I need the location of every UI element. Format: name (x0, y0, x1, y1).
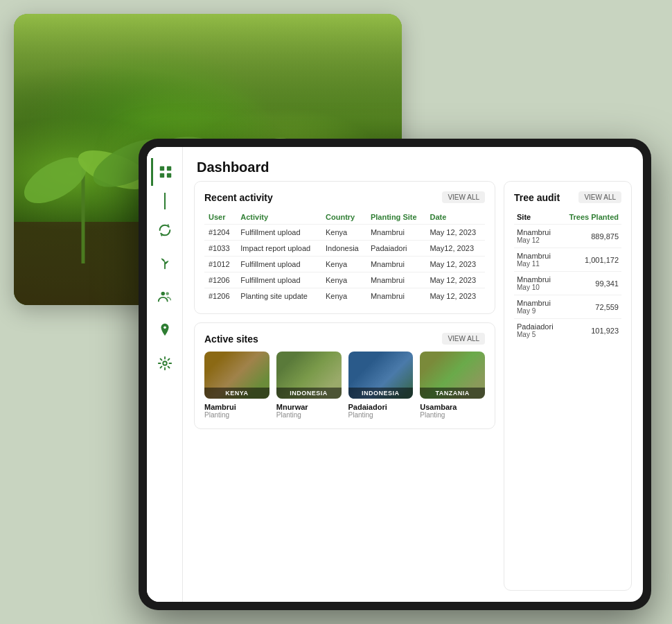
cell-activity: Fulfillment upload (236, 272, 321, 288)
cell-site: Mnambrui (366, 257, 425, 272)
cell-user: #1206 (204, 272, 236, 288)
table-row: #1012 Fulfillment upload Kenya Mnambrui … (204, 257, 485, 272)
cell-site: Mnambrui (366, 288, 425, 304)
sidebar-item-planting[interactable] (151, 250, 179, 277)
cell-activity: Planting site update (236, 288, 321, 304)
active-sites-header: Active sites VIEW ALL (204, 333, 485, 345)
tree-audit-section: Tree audit VIEW ALL Site Trees Planted (504, 181, 632, 591)
cell-site: Mnambrui (366, 225, 425, 241)
sidebar (147, 147, 183, 602)
active-sites-section: Active sites VIEW ALL KENYA Mambrui Plan… (194, 322, 495, 429)
cell-date: May 12, 2023 (425, 288, 485, 304)
col-date: Date (425, 210, 485, 225)
svg-point-18 (161, 292, 165, 296)
site-card[interactable]: KENYA Mambrui Planting (204, 352, 269, 419)
audit-trees: 1,001,172 (560, 248, 621, 272)
tree-audit-title: Tree audit (514, 192, 560, 203)
site-image: INDONESIA (276, 352, 342, 399)
svg-rect-13 (14, 14, 402, 118)
audit-col-trees: Trees Planted (560, 210, 621, 225)
cell-user: #1012 (204, 257, 236, 272)
tree-audit-view-all[interactable]: VIEW ALL (578, 191, 621, 203)
site-country-label: TANZANIA (420, 388, 485, 399)
site-type: Planting (204, 411, 269, 419)
site-card[interactable]: INDONESIA Padaiadori Planting (348, 352, 414, 419)
col-country: Country (321, 210, 366, 225)
audit-site: Mnambrui May 11 (514, 248, 560, 272)
cell-activity: Fulfillment upload (236, 225, 321, 241)
cell-country: Indonesia (321, 241, 366, 257)
site-name: Mambrui (204, 403, 269, 411)
page-header: Dashboard (183, 147, 643, 181)
table-row: #1206 Planting site update Kenya Mnambru… (204, 288, 485, 304)
cell-country: Kenya (321, 272, 366, 288)
content-area: Recent activity VIEW ALL User Activity C… (183, 181, 643, 602)
right-panel: Tree audit VIEW ALL Site Trees Planted (504, 181, 632, 591)
site-type: Planting (420, 411, 485, 419)
cell-country: Kenya (321, 257, 366, 272)
tablet-device: Dashboard Recent activity VIEW ALL (139, 139, 651, 610)
active-sites-view-all[interactable]: VIEW ALL (442, 333, 485, 345)
svg-point-19 (166, 292, 169, 295)
audit-date: May 10 (517, 284, 558, 291)
recent-activity-section: Recent activity VIEW ALL User Activity C… (194, 181, 495, 314)
audit-table: Site Trees Planted Mnambrui May 12 889,8… (514, 210, 621, 342)
audit-trees: 889,875 (560, 225, 621, 248)
audit-row: Padaiadori May 5 101,923 (514, 319, 621, 343)
table-row: #1033 Impact report upload Indonesia Pad… (204, 241, 485, 257)
cell-date: May 12, 2023 (425, 225, 485, 241)
table-row: #1206 Fulfillment upload Kenya Mnambrui … (204, 272, 485, 288)
audit-date: May 9 (517, 307, 558, 315)
sites-grid: KENYA Mambrui Planting INDONESIA Mnurwar… (204, 352, 485, 419)
sidebar-item-dashboard[interactable] (151, 158, 179, 186)
recent-activity-view-all[interactable]: VIEW ALL (442, 191, 485, 203)
site-image: INDONESIA (348, 352, 414, 399)
main-content: Dashboard Recent activity VIEW ALL (183, 147, 643, 602)
audit-date: May 5 (517, 331, 558, 338)
svg-rect-14 (160, 166, 164, 171)
audit-trees: 101,923 (560, 319, 621, 343)
site-type: Planting (276, 411, 342, 419)
left-panel: Recent activity VIEW ALL User Activity C… (194, 181, 495, 591)
audit-row: Mnambrui May 10 99,341 (514, 272, 621, 295)
tablet-screen: Dashboard Recent activity VIEW ALL (147, 147, 643, 602)
sidebar-item-reports[interactable] (151, 216, 179, 244)
audit-date: May 12 (517, 236, 558, 244)
sidebar-item-settings[interactable] (151, 349, 179, 377)
svg-point-21 (163, 361, 167, 365)
active-sites-title: Active sites (204, 333, 258, 345)
svg-rect-15 (167, 166, 171, 171)
cell-date: May12, 2023 (425, 241, 485, 257)
page-title: Dashboard (197, 159, 629, 175)
sidebar-item-location[interactable] (151, 316, 179, 344)
cell-activity: Impact report upload (236, 241, 321, 257)
audit-site: Mnambrui May 10 (514, 272, 560, 295)
audit-row: Mnambrui May 9 72,559 (514, 295, 621, 319)
audit-site: Mnambrui May 9 (514, 295, 560, 319)
svg-rect-17 (167, 173, 171, 177)
site-type: Planting (348, 411, 414, 419)
col-site: Planting Site (366, 210, 425, 225)
sidebar-item-users[interactable] (151, 283, 179, 311)
site-country-label: INDONESIA (276, 388, 342, 399)
site-name: Usambara (420, 403, 485, 411)
cell-date: May 12, 2023 (425, 257, 485, 272)
site-country-label: INDONESIA (348, 388, 414, 399)
site-image: TANZANIA (420, 352, 485, 399)
site-country-label: KENYA (204, 388, 269, 399)
site-card[interactable]: TANZANIA Usambara Planting (420, 352, 485, 419)
audit-site: Mnambrui May 12 (514, 225, 560, 248)
audit-trees: 99,341 (560, 272, 621, 295)
tree-audit-header: Tree audit VIEW ALL (514, 191, 621, 203)
col-activity: Activity (236, 210, 321, 225)
site-name: Mnurwar (276, 403, 342, 411)
audit-trees: 72,559 (560, 295, 621, 319)
cell-country: Kenya (321, 225, 366, 241)
site-card[interactable]: INDONESIA Mnurwar Planting (276, 352, 342, 419)
col-user: User (204, 210, 236, 225)
audit-row: Mnambrui May 11 1,001,172 (514, 248, 621, 272)
cell-user: #1204 (204, 225, 236, 241)
audit-row: Mnambrui May 12 889,875 (514, 225, 621, 248)
recent-activity-title: Recent activity (204, 192, 273, 203)
audit-date: May 11 (517, 260, 558, 268)
